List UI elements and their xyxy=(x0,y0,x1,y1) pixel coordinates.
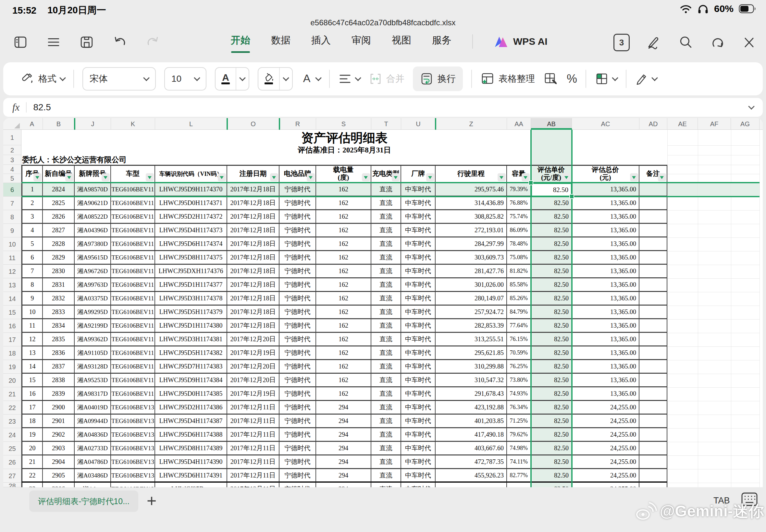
cell[interactable]: 73.80% xyxy=(507,374,531,387)
cell[interactable]: 中车时代 xyxy=(401,306,436,319)
cell[interactable]: 2017年12月11日 xyxy=(227,442,279,455)
cell[interactable] xyxy=(639,183,667,197)
cell[interactable]: 中车时代 xyxy=(401,251,436,265)
cell[interactable]: … xyxy=(507,483,531,487)
cell[interactable]: 2017年12月18日 xyxy=(227,251,279,265)
cell[interactable]: TEG6106BEV11 xyxy=(111,306,155,319)
cell[interactable]: 宁德时代 xyxy=(279,237,316,251)
cell[interactable]: 宁德时代 xyxy=(279,469,316,483)
cell[interactable]: 宁德时代 xyxy=(279,251,316,265)
cell[interactable]: 162 xyxy=(316,224,371,237)
cell[interactable]: 2017年12月18日 xyxy=(227,278,279,292)
cell[interactable]: 直流 xyxy=(371,401,401,415)
table-header-5[interactable]: 注册日期 xyxy=(227,165,279,183)
cell[interactable] xyxy=(639,210,667,224)
cell[interactable]: LHWCJ95D4H1174390 xyxy=(155,455,227,469)
cell[interactable]: 86.09% xyxy=(507,224,531,237)
cell[interactable]: TEG6106BEV11 xyxy=(111,292,155,306)
selection-handle-bottomright[interactable] xyxy=(569,194,574,199)
spreadsheet-grid[interactable]: ABJKLORSTUZAAABACADAEAFAG123456789101112… xyxy=(3,118,763,487)
column-header-AE[interactable]: AE xyxy=(667,118,698,130)
filter-button[interactable] xyxy=(33,173,42,181)
cell[interactable]: TEG6106BEV11 xyxy=(111,374,155,387)
cell[interactable]: 2017年12月11日 xyxy=(227,469,279,483)
cell[interactable]: 2833 xyxy=(43,306,75,319)
cell[interactable]: 70.59% xyxy=(507,346,531,360)
cell[interactable]: 中车时代 xyxy=(401,319,436,333)
row-header-3[interactable]: 3 xyxy=(3,155,21,165)
cell[interactable]: 82.50 xyxy=(531,455,572,469)
cell[interactable]: 2017年12月18日 xyxy=(227,210,279,224)
cell[interactable]: 直流 xyxy=(371,346,401,360)
active-cell[interactable]: 82.50 xyxy=(531,183,572,197)
cell[interactable]: 13,365.00 xyxy=(572,224,639,237)
column-header-AD[interactable]: AD xyxy=(639,118,667,130)
filter-button[interactable] xyxy=(146,173,154,181)
row-header-12[interactable]: 12 xyxy=(3,265,21,278)
cell[interactable]: TEG6106BEV11 xyxy=(111,197,155,210)
cell[interactable]: TEG6106BEV11 xyxy=(111,183,155,197)
filter-button[interactable] xyxy=(498,173,506,181)
percent-format-button[interactable]: % xyxy=(567,72,577,86)
row-header-26[interactable]: 26 xyxy=(3,455,21,469)
cell[interactable] xyxy=(639,401,667,415)
row-header-23[interactable]: 23 xyxy=(3,415,21,428)
cell[interactable]: 82.50 xyxy=(531,292,572,306)
row-header-13[interactable]: 13 xyxy=(3,278,21,292)
cell[interactable]: 宁德时代 xyxy=(279,455,316,469)
row-header-15[interactable]: 15 xyxy=(3,306,21,319)
cell[interactable] xyxy=(639,278,667,292)
cell[interactable]: 6 xyxy=(21,251,43,265)
row-header-25[interactable]: 25 xyxy=(3,442,21,455)
table-header-7[interactable]: 载电量 (度) xyxy=(316,165,371,183)
cell[interactable]: 82.77% xyxy=(507,469,531,483)
cell[interactable]: 162 xyxy=(316,183,371,197)
cell[interactable]: 2017年12月18日 xyxy=(227,224,279,237)
cell[interactable]: TEG6106BEV11 xyxy=(111,333,155,346)
cell[interactable]: 湘A03375D xyxy=(75,292,111,306)
table-tidy-button[interactable]: 表格整理 xyxy=(480,72,535,86)
row-header-5[interactable]: 5 xyxy=(3,174,21,183)
cell[interactable]: 湘A95615D xyxy=(75,251,111,265)
cell[interactable]: 中车时代 xyxy=(401,428,436,442)
cell[interactable]: 2017年12月18日 xyxy=(227,319,279,333)
cell[interactable] xyxy=(639,455,667,469)
column-header-A[interactable]: A xyxy=(21,118,43,130)
cell[interactable]: 宁德时代 xyxy=(279,387,316,401)
cell[interactable]: 2 xyxy=(21,197,43,210)
cell[interactable]: 宁德时代 xyxy=(279,333,316,346)
cell[interactable]: 2017年12月19日 xyxy=(227,387,279,401)
row-header-27[interactable]: 27 xyxy=(3,469,21,483)
cell[interactable] xyxy=(639,224,667,237)
cell[interactable]: 宁德时代 xyxy=(279,319,316,333)
cell[interactable] xyxy=(639,360,667,374)
cell[interactable]: TEG6106BEV11 xyxy=(111,265,155,278)
cell[interactable]: 中车时代 xyxy=(401,183,436,197)
cell[interactable]: 282,853.39 xyxy=(436,319,507,333)
freeze-panes-button[interactable] xyxy=(595,72,617,86)
cell[interactable]: 82.50 xyxy=(531,265,572,278)
cell[interactable]: 13,365.00 xyxy=(572,319,639,333)
cell[interactable]: 2902 xyxy=(43,428,75,442)
cell[interactable]: 中车时代 xyxy=(401,469,436,483)
cell[interactable]: 湘A91105D xyxy=(75,346,111,360)
cell[interactable]: 162 xyxy=(316,278,371,292)
filter-button[interactable] xyxy=(630,173,638,181)
cell[interactable]: 中车时代 xyxy=(401,333,436,346)
row-header-11[interactable]: 11 xyxy=(3,251,21,265)
cell[interactable]: 18 xyxy=(21,415,43,428)
cell[interactable]: 13,365.00 xyxy=(572,292,639,306)
cell[interactable]: TEG6106BEV11 xyxy=(111,278,155,292)
tab-services[interactable]: 服务 xyxy=(432,34,452,49)
cell[interactable]: 2017年12月11日 xyxy=(227,401,279,415)
cell[interactable]: 湘A04786D xyxy=(75,455,111,469)
cell[interactable]: 湘A98570D xyxy=(75,183,111,197)
select-all-corner[interactable] xyxy=(3,118,21,130)
cell[interactable]: 310,547.32 xyxy=(436,374,507,387)
cell[interactable]: LHWCJ95D3H1174378 xyxy=(155,292,227,306)
cell[interactable]: 宁德时代 xyxy=(279,265,316,278)
column-header-AC[interactable]: AC xyxy=(572,118,639,130)
filter-button[interactable] xyxy=(392,173,400,181)
cell[interactable]: 17 xyxy=(21,401,43,415)
row-header-18[interactable]: 18 xyxy=(3,346,21,360)
